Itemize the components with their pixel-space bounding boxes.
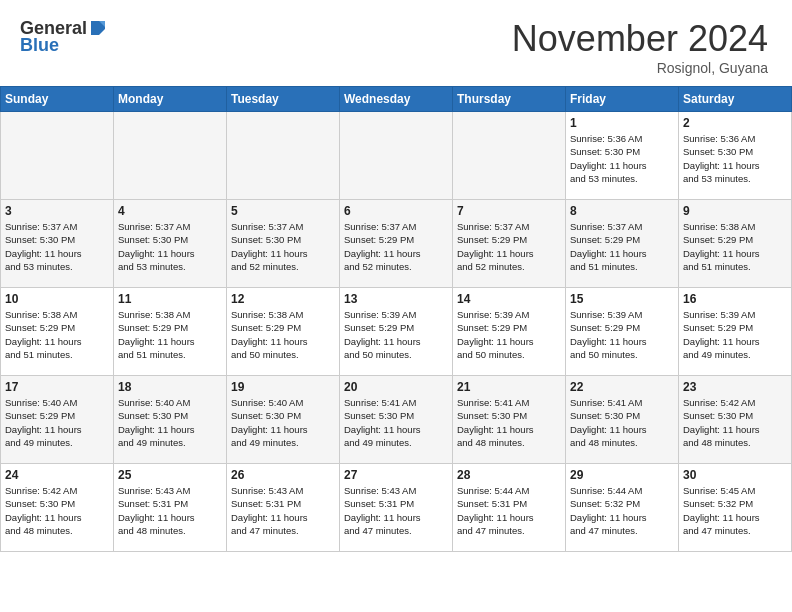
day-info: Sunrise: 5:39 AM Sunset: 5:29 PM Dayligh…	[683, 308, 787, 361]
day-number: 25	[118, 468, 222, 482]
day-number: 24	[5, 468, 109, 482]
logo: General Blue	[20, 18, 107, 56]
day-number: 8	[570, 204, 674, 218]
day-number: 2	[683, 116, 787, 130]
day-number: 28	[457, 468, 561, 482]
day-number: 16	[683, 292, 787, 306]
day-info: Sunrise: 5:43 AM Sunset: 5:31 PM Dayligh…	[344, 484, 448, 537]
day-number: 29	[570, 468, 674, 482]
calendar-cell: 29Sunrise: 5:44 AM Sunset: 5:32 PM Dayli…	[566, 464, 679, 552]
day-number: 9	[683, 204, 787, 218]
day-info: Sunrise: 5:38 AM Sunset: 5:29 PM Dayligh…	[231, 308, 335, 361]
calendar-cell: 25Sunrise: 5:43 AM Sunset: 5:31 PM Dayli…	[114, 464, 227, 552]
calendar-cell: 14Sunrise: 5:39 AM Sunset: 5:29 PM Dayli…	[453, 288, 566, 376]
day-number: 6	[344, 204, 448, 218]
day-number: 10	[5, 292, 109, 306]
weekday-header-saturday: Saturday	[679, 87, 792, 112]
calendar-cell	[453, 112, 566, 200]
day-info: Sunrise: 5:37 AM Sunset: 5:30 PM Dayligh…	[5, 220, 109, 273]
day-number: 1	[570, 116, 674, 130]
weekday-header-sunday: Sunday	[1, 87, 114, 112]
day-number: 15	[570, 292, 674, 306]
day-info: Sunrise: 5:42 AM Sunset: 5:30 PM Dayligh…	[5, 484, 109, 537]
day-number: 3	[5, 204, 109, 218]
calendar-cell: 7Sunrise: 5:37 AM Sunset: 5:29 PM Daylig…	[453, 200, 566, 288]
calendar-cell: 10Sunrise: 5:38 AM Sunset: 5:29 PM Dayli…	[1, 288, 114, 376]
day-info: Sunrise: 5:44 AM Sunset: 5:31 PM Dayligh…	[457, 484, 561, 537]
calendar-cell: 26Sunrise: 5:43 AM Sunset: 5:31 PM Dayli…	[227, 464, 340, 552]
calendar-cell: 27Sunrise: 5:43 AM Sunset: 5:31 PM Dayli…	[340, 464, 453, 552]
calendar-cell: 15Sunrise: 5:39 AM Sunset: 5:29 PM Dayli…	[566, 288, 679, 376]
calendar-week-row: 10Sunrise: 5:38 AM Sunset: 5:29 PM Dayli…	[1, 288, 792, 376]
calendar-week-row: 17Sunrise: 5:40 AM Sunset: 5:29 PM Dayli…	[1, 376, 792, 464]
calendar-cell: 24Sunrise: 5:42 AM Sunset: 5:30 PM Dayli…	[1, 464, 114, 552]
day-number: 5	[231, 204, 335, 218]
page: General Blue November 2024 Rosignol, Guy…	[0, 0, 792, 612]
calendar-cell: 9Sunrise: 5:38 AM Sunset: 5:29 PM Daylig…	[679, 200, 792, 288]
day-info: Sunrise: 5:41 AM Sunset: 5:30 PM Dayligh…	[570, 396, 674, 449]
day-number: 23	[683, 380, 787, 394]
day-number: 7	[457, 204, 561, 218]
calendar-week-row: 1Sunrise: 5:36 AM Sunset: 5:30 PM Daylig…	[1, 112, 792, 200]
calendar-cell: 6Sunrise: 5:37 AM Sunset: 5:29 PM Daylig…	[340, 200, 453, 288]
logo-bird-icon	[89, 19, 107, 37]
month-title: November 2024	[512, 18, 768, 60]
day-number: 18	[118, 380, 222, 394]
day-info: Sunrise: 5:40 AM Sunset: 5:30 PM Dayligh…	[231, 396, 335, 449]
day-info: Sunrise: 5:44 AM Sunset: 5:32 PM Dayligh…	[570, 484, 674, 537]
weekday-header-thursday: Thursday	[453, 87, 566, 112]
day-info: Sunrise: 5:41 AM Sunset: 5:30 PM Dayligh…	[344, 396, 448, 449]
header: General Blue November 2024 Rosignol, Guy…	[0, 0, 792, 86]
calendar-cell	[340, 112, 453, 200]
day-info: Sunrise: 5:39 AM Sunset: 5:29 PM Dayligh…	[570, 308, 674, 361]
calendar-cell: 12Sunrise: 5:38 AM Sunset: 5:29 PM Dayli…	[227, 288, 340, 376]
calendar-cell: 8Sunrise: 5:37 AM Sunset: 5:29 PM Daylig…	[566, 200, 679, 288]
day-number: 17	[5, 380, 109, 394]
day-info: Sunrise: 5:37 AM Sunset: 5:29 PM Dayligh…	[570, 220, 674, 273]
day-info: Sunrise: 5:39 AM Sunset: 5:29 PM Dayligh…	[457, 308, 561, 361]
weekday-header-wednesday: Wednesday	[340, 87, 453, 112]
location: Rosignol, Guyana	[512, 60, 768, 76]
day-info: Sunrise: 5:37 AM Sunset: 5:30 PM Dayligh…	[231, 220, 335, 273]
calendar-cell: 19Sunrise: 5:40 AM Sunset: 5:30 PM Dayli…	[227, 376, 340, 464]
day-info: Sunrise: 5:38 AM Sunset: 5:29 PM Dayligh…	[118, 308, 222, 361]
logo-blue: Blue	[20, 35, 59, 56]
calendar-cell	[227, 112, 340, 200]
calendar-header-row: SundayMondayTuesdayWednesdayThursdayFrid…	[1, 87, 792, 112]
day-info: Sunrise: 5:37 AM Sunset: 5:29 PM Dayligh…	[457, 220, 561, 273]
calendar-cell	[114, 112, 227, 200]
calendar-cell: 17Sunrise: 5:40 AM Sunset: 5:29 PM Dayli…	[1, 376, 114, 464]
calendar-cell	[1, 112, 114, 200]
day-info: Sunrise: 5:43 AM Sunset: 5:31 PM Dayligh…	[231, 484, 335, 537]
day-number: 14	[457, 292, 561, 306]
calendar-cell: 28Sunrise: 5:44 AM Sunset: 5:31 PM Dayli…	[453, 464, 566, 552]
day-number: 26	[231, 468, 335, 482]
day-number: 11	[118, 292, 222, 306]
calendar-cell: 30Sunrise: 5:45 AM Sunset: 5:32 PM Dayli…	[679, 464, 792, 552]
calendar-table: SundayMondayTuesdayWednesdayThursdayFrid…	[0, 86, 792, 552]
calendar-week-row: 3Sunrise: 5:37 AM Sunset: 5:30 PM Daylig…	[1, 200, 792, 288]
day-number: 13	[344, 292, 448, 306]
calendar-cell: 2Sunrise: 5:36 AM Sunset: 5:30 PM Daylig…	[679, 112, 792, 200]
day-info: Sunrise: 5:36 AM Sunset: 5:30 PM Dayligh…	[570, 132, 674, 185]
weekday-header-monday: Monday	[114, 87, 227, 112]
calendar-cell: 20Sunrise: 5:41 AM Sunset: 5:30 PM Dayli…	[340, 376, 453, 464]
day-info: Sunrise: 5:38 AM Sunset: 5:29 PM Dayligh…	[683, 220, 787, 273]
day-info: Sunrise: 5:43 AM Sunset: 5:31 PM Dayligh…	[118, 484, 222, 537]
day-number: 19	[231, 380, 335, 394]
calendar-cell: 22Sunrise: 5:41 AM Sunset: 5:30 PM Dayli…	[566, 376, 679, 464]
calendar-cell: 21Sunrise: 5:41 AM Sunset: 5:30 PM Dayli…	[453, 376, 566, 464]
day-info: Sunrise: 5:45 AM Sunset: 5:32 PM Dayligh…	[683, 484, 787, 537]
day-info: Sunrise: 5:38 AM Sunset: 5:29 PM Dayligh…	[5, 308, 109, 361]
day-number: 4	[118, 204, 222, 218]
weekday-header-friday: Friday	[566, 87, 679, 112]
day-info: Sunrise: 5:37 AM Sunset: 5:29 PM Dayligh…	[344, 220, 448, 273]
day-info: Sunrise: 5:36 AM Sunset: 5:30 PM Dayligh…	[683, 132, 787, 185]
day-number: 27	[344, 468, 448, 482]
day-info: Sunrise: 5:41 AM Sunset: 5:30 PM Dayligh…	[457, 396, 561, 449]
day-number: 22	[570, 380, 674, 394]
day-number: 20	[344, 380, 448, 394]
calendar-week-row: 24Sunrise: 5:42 AM Sunset: 5:30 PM Dayli…	[1, 464, 792, 552]
calendar-cell: 1Sunrise: 5:36 AM Sunset: 5:30 PM Daylig…	[566, 112, 679, 200]
day-info: Sunrise: 5:40 AM Sunset: 5:30 PM Dayligh…	[118, 396, 222, 449]
